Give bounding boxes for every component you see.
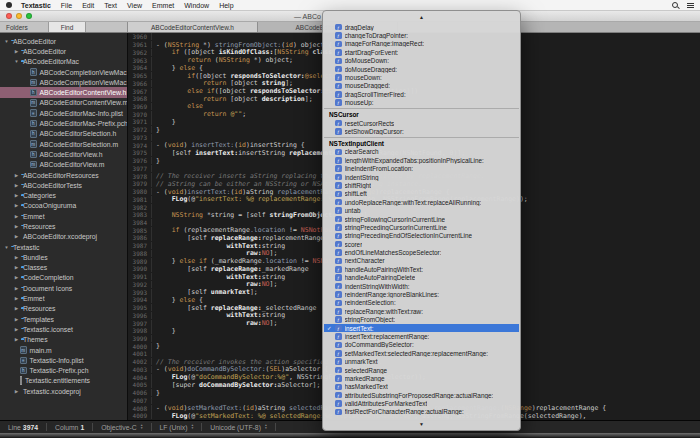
disclosure-closed-icon[interactable]: ▶ [13,306,20,311]
tree-item[interactable]: hTextastic-Prefix.pch [0,366,127,376]
menu-file[interactable]: File [61,2,72,9]
tree-item[interactable]: ▶Textastic.xcodeproj [0,386,127,396]
menu-window[interactable]: Window [184,2,209,9]
tab-find[interactable]: Find [48,22,87,32]
completion-item[interactable]: ✓fvalidAttributesForMarkedText [324,399,519,407]
completion-item[interactable]: ✓fhasMarkedText [324,383,519,391]
tree-item[interactable]: ≡ABCodeEditorMac-Info.plist [0,108,127,118]
completion-item[interactable]: ✓fdragDelay [324,23,519,31]
completion-item[interactable]: ✓fdoMouseDragged: [324,65,519,73]
disclosure-closed-icon[interactable]: ▶ [13,327,20,332]
tree-item[interactable]: ▶Themes [0,335,127,345]
completion-item[interactable]: ✓fnextCharacter [324,257,519,265]
tree-item[interactable]: ▼Textastic [0,242,127,252]
tree-item[interactable]: ▶Templates [0,314,127,324]
completion-item[interactable]: ✓fimageForRange:imageRect: [324,40,519,48]
completion-item[interactable]: ✓fdoCommandBySelector: [324,341,519,349]
scroll-down-arrow-icon[interactable]: ▼ [323,421,520,427]
completion-item[interactable]: ✓fshiftLeft [324,190,519,198]
completion-item[interactable]: ✓fstringPrecedingCursorInCurrentLine [324,223,519,231]
zoom-window-button[interactable] [26,13,32,19]
tree-item[interactable]: ▶ABCodeEditorTests [0,180,127,190]
completion-item[interactable]: ✓freindentSelection: [324,299,519,307]
completion-item[interactable]: ✓fclearSearch [324,148,519,156]
disclosure-closed-icon[interactable]: ▶ [13,296,20,301]
disclosure-closed-icon[interactable]: ▶ [13,317,20,322]
tree-item[interactable]: ▶CodeCompletion [0,273,127,283]
disclosure-closed-icon[interactable]: ▶ [13,183,20,188]
tree-item[interactable]: ▼ABCodeEditor [0,36,127,46]
menu-textastic[interactable]: Textastic [21,2,51,9]
tree-item[interactable]: ▶Bundles [0,252,127,262]
disclosure-closed-icon[interactable]: ▶ [13,173,20,178]
completion-item[interactable]: ✓findentStringWithWidth: [324,282,519,290]
menu-view[interactable]: View [127,2,142,9]
completion-item[interactable]: ✓freplaceRange:withText:raw: [324,307,519,315]
disclosure-open-icon[interactable]: ▼ [3,39,10,44]
scroll-up-arrow-icon[interactable]: ▲ [323,14,520,20]
close-window-button[interactable] [6,13,12,19]
disclosure-closed-icon[interactable]: ▶ [13,203,20,208]
tree-item[interactable]: ▶Classes [0,263,127,273]
tree-item[interactable]: hABCodeEditorMac-Prefix.pch [0,118,127,128]
disclosure-closed-icon[interactable]: ▶ [13,286,20,291]
tree-item[interactable]: hABCodeEditorView.h [0,149,127,159]
completion-item[interactable]: ✓findentString [324,173,519,181]
disclosure-closed-icon[interactable]: ▶ [13,265,20,270]
status-dropdown[interactable]: Unicode (UTF-8)▴▾ [202,423,275,431]
completion-item[interactable]: ✓freindentRange:ignoreBlankLines: [324,290,519,298]
tree-item[interactable]: ▼ABCodeEditorMac [0,57,127,67]
disclosure-closed-icon[interactable]: ▶ [13,275,20,280]
file-tree-sidebar[interactable]: ▼ABCodeEditor▶ABCodeEditor▼ABCodeEditorM… [0,33,128,420]
disclosure-closed-icon[interactable]: ▶ [13,49,20,54]
tree-item[interactable]: ▶Document Icons [0,283,127,293]
tree-item[interactable]: hABCodeEditorContentView.h [0,87,127,97]
disclosure-closed-icon[interactable]: ▶ [13,193,20,198]
menu-help[interactable]: Help [219,2,233,9]
completion-item[interactable]: ✓fshiftRight [324,181,519,189]
menu-emmet[interactable]: Emmet [152,2,174,9]
disclosure-closed-icon[interactable]: ▶ [13,389,20,394]
notification-center-icon[interactable] [687,3,694,8]
completion-item[interactable]: ✓funmarkText [324,357,519,365]
completion-item[interactable]: ✓fendOfLineMatchesScopeSelector: [324,248,519,256]
completion-item[interactable]: ✓fresetCursorRects [324,119,519,127]
completion-item[interactable]: ✓fchangeToDragPointer: [324,31,519,39]
completion-item[interactable]: ✓fdragScrollTimerFired: [324,90,519,98]
completion-item[interactable]: ✓fattributedSubstringForProposedRange:ac… [324,391,519,399]
tree-item[interactable]: ▶Categories [0,190,127,200]
completion-item[interactable]: ✓fsetMarkedText:selectedRange:replacemen… [324,349,519,357]
completion-item[interactable]: ✓fscorer [324,240,519,248]
tree-item[interactable]: ≡Textastic-Info.plist [0,355,127,365]
disclosure-open-icon[interactable]: ▼ [3,245,10,250]
completion-item[interactable]: ✓fmouseDragged: [324,82,519,90]
completion-item[interactable]: ✓fstringFromObject: [324,316,519,324]
tree-item[interactable]: mABCodeEditorSelection.m [0,139,127,149]
completion-item[interactable]: ✓fmouseUp: [324,99,519,107]
menu-edit[interactable]: Edit [82,2,94,9]
completion-item[interactable]: ✓fselectedRange [324,366,519,374]
minimize-window-button[interactable] [16,13,22,19]
disclosure-closed-icon[interactable]: ▶ [13,224,20,229]
completion-item[interactable]: ✓fstartDragForEvent: [324,48,519,56]
completion-item[interactable]: ✓fundoReplaceRange:withText:replaceAllRu… [324,198,519,206]
completion-item[interactable]: ✓funtab [324,206,519,214]
completion-item[interactable]: ✓fhandleAutoPairingWithText: [324,265,519,273]
tree-item[interactable]: ▶CocoaOniguruma [0,201,127,211]
completion-item[interactable]: ✓finsertText:replacementRange: [324,332,519,340]
completion-item[interactable]: ✓finsertText: [324,324,519,332]
apple-menu-icon[interactable] [6,2,12,8]
menu-text[interactable]: Text [104,2,117,9]
document-tab[interactable]: ABCodeEditorContentView.h [128,22,258,32]
tree-item[interactable]: ▶Textastic.iconset [0,324,127,334]
completion-item[interactable]: ✓flengthWithExpandedTabs:positionInPhysi… [324,156,519,164]
disclosure-closed-icon[interactable]: ▶ [13,234,20,239]
completion-item[interactable]: ✓fhandleAutoPairingDelete [324,274,519,282]
tree-item[interactable]: mABCodeCompletionViewMac.m [0,77,127,87]
completion-item[interactable]: ✓fdoMouseDown: [324,57,519,65]
tree-item[interactable]: ▶Emmet [0,211,127,221]
completion-item[interactable]: ✓fstringPrecedingEndOfSelectionInCurrent… [324,232,519,240]
completion-item[interactable]: ✓fstringFollowingCursorInCurrentLine [324,215,519,223]
tree-item[interactable]: ▶ABCodeEditorResources [0,170,127,180]
status-dropdown[interactable]: Objective-C▴▾ [93,423,151,431]
